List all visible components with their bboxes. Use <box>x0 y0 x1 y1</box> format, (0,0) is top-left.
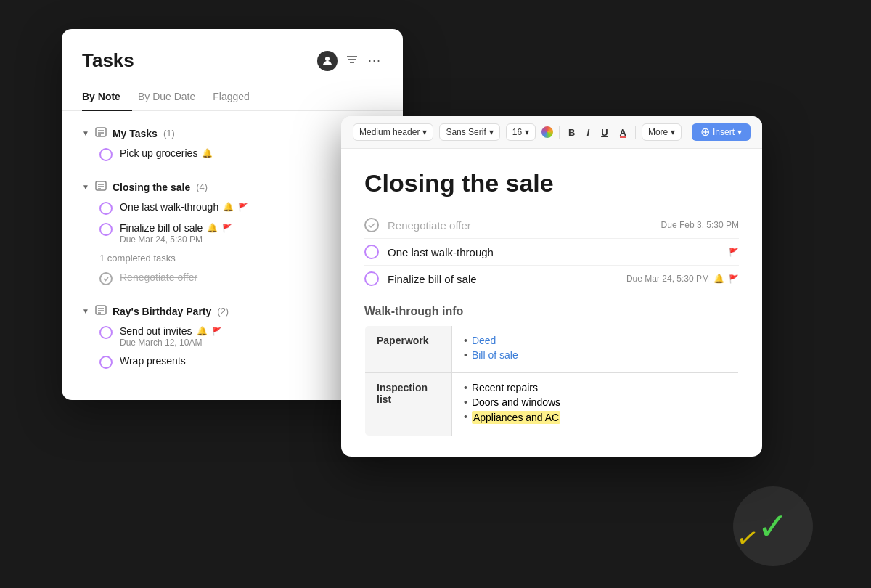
more-icon[interactable]: ··· <box>367 52 383 70</box>
editor-task-icons-finalize: Due Mar 24, 5:30 PM 🔔 🚩 <box>626 274 739 284</box>
task-circle <box>99 356 113 369</box>
editor-task-finalize[interactable]: Finalize bill of sale Due Mar 24, 5:30 P… <box>364 266 739 292</box>
tab-by-due-date[interactable]: By Due Date <box>138 85 207 111</box>
tab-flagged[interactable]: Flagged <box>213 85 261 111</box>
task-circle <box>99 223 113 236</box>
list-item-recent-repairs: Recent repairs <box>464 382 727 393</box>
editor-task-circle-walkthrough <box>364 245 379 259</box>
table-label-paperwork: Paperwork <box>365 326 452 373</box>
my-tasks-icon <box>95 127 107 139</box>
task-circle <box>99 326 113 339</box>
table-row-paperwork: Paperwork Deed Bill of sale <box>365 326 739 373</box>
table-cell-inspection: Recent repairs Doors and windows Applian… <box>452 373 739 436</box>
insert-button[interactable]: ⊕ Insert ▾ <box>692 123 751 141</box>
separator <box>559 126 560 139</box>
text-color-button[interactable]: A <box>617 126 629 139</box>
table-label-inspection: Inspection list <box>365 373 452 436</box>
note-title[interactable]: Closing the sale <box>364 169 739 197</box>
group-arrow-closing: ▼ <box>82 183 89 191</box>
completed-label[interactable]: 1 completed tasks <box>99 253 383 264</box>
editor-task-due-finalize: Due Mar 24, 5:30 PM <box>626 274 709 284</box>
section-heading: Walk-through info <box>364 305 739 318</box>
bell-icon: 🔔 <box>197 326 208 336</box>
group-count-my-tasks: (1) <box>163 128 175 139</box>
bell-icon: 🔔 <box>223 202 234 212</box>
task-circle <box>99 148 113 161</box>
task-circle-completed <box>99 272 113 285</box>
info-table: Paperwork Deed Bill of sale Inspection l… <box>364 325 739 436</box>
group-arrow-my-tasks: ▼ <box>82 129 89 137</box>
group-arrow-rays: ▼ <box>82 307 89 315</box>
editor-task-icons-walkthrough: 🚩 <box>729 248 739 257</box>
flag-icon: 🚩 <box>212 327 222 336</box>
list-item-deed: Deed <box>464 335 727 346</box>
size-dropdown[interactable]: 16 ▾ <box>506 123 536 141</box>
check-circle: ✓ ✓ <box>733 486 813 566</box>
person-icon[interactable] <box>317 51 338 71</box>
flag-icon: 🚩 <box>238 203 248 212</box>
flag-icon: 🚩 <box>729 274 739 284</box>
flag-icon: 🚩 <box>729 248 739 257</box>
separator2 <box>635 126 636 139</box>
filter-icon[interactable] <box>345 53 359 69</box>
editor-task-due-renegotiate: Due Feb 3, 5:30 PM <box>661 220 739 230</box>
group-count-rays: (2) <box>217 306 229 317</box>
editor-content: Closing the sale Renegotiate offer Due F… <box>341 149 762 457</box>
bell-icon: 🔔 <box>202 148 213 158</box>
editor-task-circle-done <box>364 218 379 232</box>
svg-point-0 <box>325 57 330 61</box>
color-picker[interactable] <box>541 126 553 138</box>
table-cell-paperwork: Deed Bill of sale <box>452 326 739 373</box>
tab-by-note[interactable]: By Note <box>82 85 132 111</box>
list-item-appliances: Appliances and AC <box>464 411 727 424</box>
editor-task-name-renegotiate: Renegotiate offer <box>388 219 653 232</box>
flag-icon: 🚩 <box>222 224 232 233</box>
header-icons: ··· <box>317 51 383 71</box>
editor-task-name-walkthrough: One last walk-through <box>388 246 720 258</box>
editor-panel: Medium header ▾ Sans Serif ▾ 16 ▾ B I U … <box>341 116 762 457</box>
list-item-bill-of-sale: Bill of sale <box>464 349 727 361</box>
editor-task-name-finalize: Finalize bill of sale <box>388 273 618 285</box>
editor-toolbar: Medium header ▾ Sans Serif ▾ 16 ▾ B I U … <box>341 116 762 149</box>
highlighted-text: Appliances and AC <box>472 411 560 424</box>
group-title-closing: Closing the sale <box>113 181 190 193</box>
font-dropdown[interactable]: Sans Serif ▾ <box>439 123 499 141</box>
table-row-inspection: Inspection list Recent repairs Doors and… <box>365 373 739 436</box>
closing-sale-icon <box>95 181 107 193</box>
style-dropdown[interactable]: Medium header ▾ <box>353 123 433 141</box>
tasks-tabs: By Note By Due Date Flagged <box>62 85 403 111</box>
group-title-rays: Ray's Birthday Party <box>113 306 211 317</box>
tasks-title: Tasks <box>82 49 134 72</box>
bill-of-sale-link[interactable]: Bill of sale <box>472 349 518 361</box>
underline-button[interactable]: U <box>598 126 610 139</box>
inspection-list: Recent repairs Doors and windows Applian… <box>464 382 727 424</box>
editor-task-circle-finalize <box>364 271 379 286</box>
group-count-closing: (4) <box>196 181 208 192</box>
tasks-header: Tasks ··· <box>62 49 403 85</box>
more-dropdown[interactable]: More ▾ <box>642 123 682 141</box>
bell-icon: 🔔 <box>207 223 218 233</box>
bold-button[interactable]: B <box>565 126 578 139</box>
task-circle <box>99 202 113 215</box>
green-check-icon: ✓ <box>757 505 789 548</box>
italic-button[interactable]: I <box>584 126 593 139</box>
editor-task-walkthrough[interactable]: One last walk-through 🚩 <box>364 239 739 266</box>
deed-link[interactable]: Deed <box>472 335 496 346</box>
paperwork-list: Deed Bill of sale <box>464 335 727 361</box>
editor-task-renegotiate[interactable]: Renegotiate offer Due Feb 3, 5:30 PM <box>364 212 739 239</box>
bell-icon: 🔔 <box>713 274 724 284</box>
list-item-doors-windows: Doors and windows <box>464 396 727 408</box>
rays-party-icon <box>95 305 107 317</box>
group-title-my-tasks: My Tasks <box>113 128 158 139</box>
